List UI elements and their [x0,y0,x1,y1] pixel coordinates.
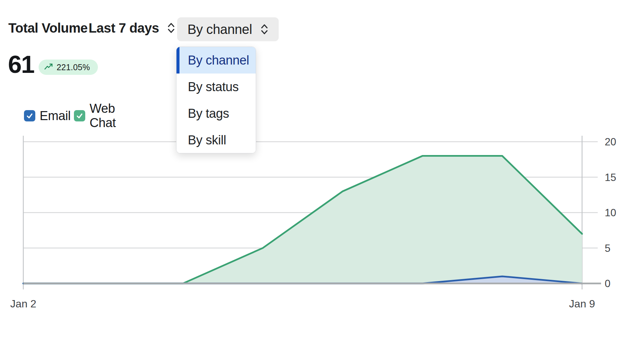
menu-item-by-status[interactable]: By status [176,74,256,100]
y-tick-label: 10 [605,207,616,219]
y-tick-label: 0 [605,278,610,289]
total-volume-value: 61 [8,53,34,77]
menu-item-by-skill[interactable]: By skill [176,127,256,153]
x-tick-label: Jan 9 [569,298,595,310]
y-tick-label: 15 [605,172,616,183]
menu-item-label: By status [188,80,239,94]
legend-item-web-chat[interactable]: Web Chat [74,110,116,122]
volume-area-chart: 05101520Jan 2Jan 9 [0,0,644,340]
chart-header: Total Volume Last 7 days By channel [0,0,644,43]
menu-item-label: By tags [188,106,229,121]
trend-up-icon [44,63,53,72]
menu-item-by-tags[interactable]: By tags [176,100,256,127]
web-chat-checkbox[interactable] [74,110,85,121]
menu-item-label: By skill [188,133,226,147]
y-tick-label: 5 [605,243,610,254]
menu-item-by-channel[interactable]: By channel [176,47,256,74]
group-by-dropdown-menu: By channel By status By tags By skill [176,47,256,153]
dashboard-page: 05101520Jan 2Jan 9 Total Volume Last 7 d… [0,0,644,340]
chevron-up-down-icon [166,21,176,35]
menu-item-label: By channel [188,53,249,68]
page-title: Total Volume [8,20,88,36]
legend-label: Email [40,109,71,123]
check-icon [75,111,84,120]
trend-badge: 221.05% [39,60,98,75]
legend-label: Web Chat [90,101,116,130]
change-percent: 221.05% [57,63,90,72]
check-icon [25,111,34,120]
email-checkbox[interactable] [24,110,35,121]
chevron-up-down-icon [259,23,269,36]
y-tick-label: 20 [605,136,616,148]
x-tick-label: Jan 2 [10,298,36,310]
date-range-selector[interactable]: Last 7 days [89,20,176,36]
group-by-selector-button[interactable]: By channel [177,17,279,41]
date-range-value: Last 7 days [89,21,159,36]
legend-item-email[interactable]: Email [24,110,71,122]
selected-indicator-bar [176,47,179,74]
group-by-value: By channel [187,22,252,37]
